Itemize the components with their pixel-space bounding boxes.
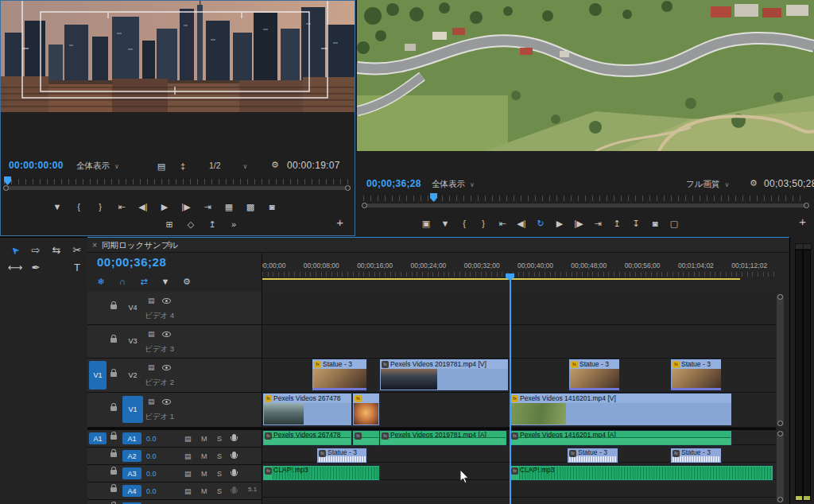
voiceover-mic-icon[interactable] <box>232 434 236 440</box>
timeline-clip[interactable]: CLAP!.mp3fx <box>509 465 773 481</box>
program-settings-wrench-icon[interactable]: ⚙ <box>750 178 758 188</box>
sync-lock-icon[interactable]: ▤ <box>148 330 155 338</box>
voiceover-mic-icon[interactable] <box>232 487 236 493</box>
timeline-clip[interactable]: Pexels Videos 267478fx <box>262 430 352 446</box>
timeline-clip[interactable]: Pexels Videos 2019781.mp4 [A]fx <box>379 430 507 446</box>
export-frame-icon[interactable]: ◙ <box>265 200 279 214</box>
mark-out-icon[interactable]: } <box>93 200 107 214</box>
lock-icon[interactable] <box>110 406 117 411</box>
track-name[interactable]: ビデオ 3 <box>145 344 174 355</box>
selection-tool[interactable]: ➤ <box>3 238 27 262</box>
track-name[interactable]: ビデオ 1 <box>145 412 174 422</box>
sync-lock-icon[interactable]: ▤ <box>184 452 192 460</box>
track-target-a2[interactable]: A2 <box>122 450 141 462</box>
comparison-view-icon[interactable]: ▣ <box>419 216 433 231</box>
linked-selection-icon[interactable]: ⇄ <box>137 274 151 289</box>
step-back-icon[interactable]: ◀| <box>514 216 529 231</box>
scrollbar-knob[interactable] <box>777 497 783 502</box>
track-header-a1[interactable]: A1A10.0▤MS <box>87 430 262 448</box>
solo-button[interactable]: S <box>217 470 222 478</box>
track-name[interactable]: ビデオ 2 <box>145 378 174 388</box>
lock-icon[interactable] <box>110 372 117 377</box>
track-volume[interactable]: 0.0 <box>146 470 157 478</box>
settings-menu-icon[interactable]: ▤ <box>154 159 169 173</box>
timeline-clip[interactable]: Statue - 3fx <box>670 359 722 391</box>
program-zoom-select[interactable]: 全体表示∨ <box>432 179 475 190</box>
track-header-v1[interactable]: V1▤ビデオ 1 <box>87 393 262 428</box>
program-scrollbar-knob-left[interactable] <box>362 203 367 208</box>
track-target-a1[interactable]: A1 <box>122 432 141 444</box>
track-select-forward-tool[interactable]: ⇨ <box>27 242 45 258</box>
track-volume[interactable]: 0.0 <box>146 487 157 495</box>
overwrite-icon[interactable]: ▩ <box>243 200 258 214</box>
lock-icon[interactable] <box>110 338 117 343</box>
track-target-a3[interactable]: A3 <box>122 467 141 479</box>
source-current-timecode[interactable]: 00:00:00:00 <box>9 160 64 171</box>
program-current-timecode[interactable]: 00;00;36;28 <box>366 178 421 189</box>
lock-icon[interactable] <box>110 435 117 440</box>
sync-lock-icon[interactable]: ▤ <box>148 297 155 304</box>
track-target-v4[interactable]: V4 <box>122 295 143 320</box>
ripple-edit-tool[interactable]: ⇆ <box>48 242 65 258</box>
razor-tool[interactable]: ✂ <box>68 242 86 258</box>
track-target-v1[interactable]: V1 <box>122 396 143 423</box>
scrollbar-knob[interactable] <box>777 294 783 300</box>
track-header-v4[interactable]: V4▤ビデオ 4 <box>87 292 262 325</box>
timeline-clip[interactable]: Statue - 3fx <box>316 448 367 463</box>
step-forward-icon[interactable]: |▶ <box>179 200 193 214</box>
program-scrollbar-knob-right[interactable] <box>804 203 809 208</box>
eye-icon[interactable] <box>162 331 171 337</box>
timeline-clip[interactable]: Pexels Videos 1416201.mp4 [A]fx <box>509 430 732 446</box>
type-tool[interactable]: T <box>68 260 86 276</box>
slip-tool[interactable]: ⟷ <box>6 260 24 276</box>
source-resolution-select[interactable]: 1/2∨ <box>209 161 247 170</box>
source-scrollbar-knob-right[interactable] <box>345 185 351 191</box>
solo-button[interactable]: S <box>217 452 222 460</box>
voiceover-mic-icon[interactable] <box>232 469 236 475</box>
solo-button[interactable]: S <box>217 435 222 443</box>
mute-button[interactable]: M <box>201 435 207 443</box>
work-area-bar[interactable] <box>262 278 740 280</box>
go-to-out-icon[interactable]: ⇥ <box>591 216 605 231</box>
go-to-out-icon[interactable]: ⇥ <box>200 200 215 214</box>
program-scrub-ticks[interactable] <box>363 196 807 201</box>
add-marker-icon[interactable]: ▼ <box>158 274 172 289</box>
play-around-icon[interactable]: » <box>227 217 241 231</box>
sync-lock-icon[interactable]: ▤ <box>184 487 192 495</box>
panel-menu-icon[interactable]: ≡ <box>167 239 172 249</box>
program-video-frame[interactable] <box>357 0 814 151</box>
source-patch-v1[interactable]: V1 <box>89 361 107 390</box>
loop-icon[interactable]: ↻ <box>533 216 548 231</box>
solo-button[interactable]: S <box>217 487 222 495</box>
snap-icon[interactable]: ∩ <box>115 274 130 289</box>
go-to-in-icon[interactable]: ⇤ <box>495 216 510 231</box>
insert-icon[interactable]: ▦ <box>222 200 236 214</box>
source-settings-wrench-icon[interactable]: ⚙ <box>271 160 279 170</box>
program-scrollbar[interactable] <box>363 204 807 207</box>
timeline-clip[interactable]: Statue - 3fx <box>670 448 722 463</box>
lock-icon[interactable] <box>110 452 117 457</box>
track-header-v2[interactable]: V1V2▤ビデオ 2 <box>87 359 262 393</box>
track-target-v3[interactable]: V3 <box>122 328 143 354</box>
timeline-vertical-scrollbar-audio[interactable] <box>777 431 784 502</box>
timeline-clip[interactable]: Statue - 3fx <box>568 359 620 391</box>
track-volume[interactable]: 0.0 <box>146 435 157 443</box>
step-forward-icon[interactable]: |▶ <box>572 216 586 231</box>
sync-lock-icon[interactable]: ▤ <box>148 397 155 405</box>
lock-icon[interactable] <box>110 487 117 492</box>
track-volume[interactable]: 0.0 <box>146 452 157 460</box>
source-scrollbar-knob-left[interactable] <box>3 185 9 191</box>
extract-icon[interactable]: ↧ <box>629 216 643 231</box>
add-marker-icon[interactable]: ▼ <box>438 216 452 231</box>
lift-icon[interactable]: ↥ <box>610 216 624 231</box>
timeline-clip[interactable]: fx <box>352 393 380 426</box>
nest-icon[interactable]: ❄ <box>94 274 108 289</box>
sync-lock-icon[interactable]: ▤ <box>184 435 192 443</box>
sync-lock-icon[interactable]: ▤ <box>148 363 155 371</box>
export-icon[interactable]: ↥ <box>205 217 219 231</box>
pen-tool[interactable]: ✒ <box>27 260 45 276</box>
program-quality-select[interactable]: フル画質∨ <box>686 179 729 190</box>
track-name[interactable]: ビデオ 4 <box>145 311 174 321</box>
multicam-icon[interactable]: ◇ <box>184 217 198 231</box>
hand-tool[interactable] <box>48 260 65 276</box>
